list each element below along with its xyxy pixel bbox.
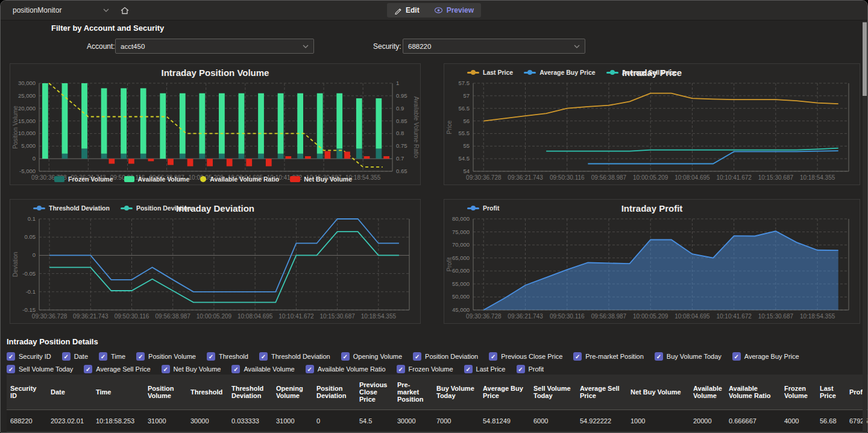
checkbox-checked-icon: ✓ [7,352,15,361]
svg-text:0.9: 0.9 [396,105,404,112]
column-header-previous-close-price[interactable]: Previous Close Price [356,375,394,409]
preview-button[interactable]: Preview [427,3,481,17]
svg-text:09:50:30.116: 09:50:30.116 [550,313,585,320]
app-title: positionMonitor [13,6,61,14]
legend-item-net-buy-volume[interactable]: Net Buy Volume [290,175,352,183]
column-checkbox-average-sell-price[interactable]: ✓Average Sell Price [84,365,150,373]
column-header-available-volume[interactable]: Available Volume [690,375,725,409]
column-header-available-volume-ratio[interactable]: Available Volume Ratio [725,375,781,409]
app-selector[interactable]: positionMonitor [13,6,109,14]
svg-text:30,000: 30,000 [18,80,36,86]
table-cell: 0.033333 [228,409,272,432]
column-header-threshold-deviation[interactable]: Threshold Deviation [228,375,272,409]
column-checkbox-available-volume[interactable]: ✓Available Volume [231,365,294,373]
column-checkboxes: ✓Security ID✓Date✓Time✓Position Volume✓T… [7,352,860,373]
column-checkbox-buy-volume-today[interactable]: ✓Buy Volume Today [655,352,722,361]
table-cell: 30000 [187,409,228,432]
column-checkbox-pre-market-position[interactable]: ✓Pre-market Position [573,352,644,361]
column-checkbox-average-buy-price[interactable]: ✓Average Buy Price [732,352,799,361]
legend-item-available-volume[interactable]: Available Volume [124,175,190,183]
legend-item-threshold-deviation[interactable]: Threshold Deviation [33,204,110,212]
legend-item-last-price[interactable]: Last Price [467,69,513,76]
column-checkbox-threshold[interactable]: ✓Threshold [207,352,248,361]
column-header-position-volume[interactable]: Position Volume [144,375,187,409]
checkbox-label: Buy Volume Today [667,353,722,360]
legend-item-average-buy-price[interactable]: Average Buy Price [524,69,595,76]
column-header-time[interactable]: Time [92,375,144,409]
svg-text:-0.05: -0.05 [22,270,36,277]
table-cell: 54.5 [356,409,394,432]
account-value: acct450 [121,43,145,50]
top-bar: positionMonitor Edit Preview [1,1,867,21]
legend-item-position-deviation[interactable]: Position Deviation [121,204,192,212]
checkbox-label: Average Buy Price [744,353,799,360]
legend-item-average-sell-price[interactable]: Average Sell Price [606,69,677,76]
column-checkbox-time[interactable]: ✓Time [99,352,125,361]
table-row[interactable]: 6882202023.02.0110:18:58.25331000300000.… [7,409,868,432]
column-header-average-buy-price[interactable]: Average Buy Price [479,375,530,409]
home-button[interactable] [118,4,132,17]
column-header-date[interactable]: Date [47,375,92,409]
column-checkbox-position-deviation[interactable]: ✓Position Deviation [413,352,478,361]
legend-label: Average Buy Price [539,69,595,76]
checkbox-checked-icon: ✓ [231,365,240,373]
svg-text:09:56:38.987: 09:56:38.987 [591,313,627,320]
legend-label: Available Volume Ratio [210,175,279,183]
svg-text:10:18:54.355: 10:18:54.355 [800,174,835,181]
checkbox-label: Frozen Volume [409,365,453,373]
legend-item-profit[interactable]: Profit [467,204,499,212]
legend-swatch [200,176,206,182]
column-header-frozen-volume[interactable]: Frozen Volume [781,375,816,409]
column-header-opening-volume[interactable]: Opening Volume [272,375,313,409]
column-header-threshold[interactable]: Threshold [187,375,228,409]
edit-button[interactable]: Edit [387,3,427,17]
column-checkbox-available-volume-ratio[interactable]: ✓Available Volume Ratio [306,365,386,373]
column-header-security-id[interactable]: Security ID [7,375,47,409]
svg-text:-5,000: -5,000 [19,168,36,174]
column-checkbox-threshold-deviation[interactable]: ✓Threshold Deviation [259,352,330,361]
column-checkbox-last-price[interactable]: ✓Last Price [464,365,506,373]
svg-text:57: 57 [463,92,470,99]
checkbox-checked-icon: ✓ [306,365,314,373]
column-checkbox-security-id[interactable]: ✓Security ID [7,352,51,361]
table-cell: 30000 [394,409,433,432]
column-header-last-price[interactable]: Last Price [816,375,846,409]
scrollbar-thumb[interactable] [863,22,867,96]
column-header-pre-market-position[interactable]: Pre-market Position [394,375,433,409]
vertical-scrollbar[interactable] [863,21,867,432]
column-checkbox-previous-close-price[interactable]: ✓Previous Close Price [489,352,562,361]
checkbox-checked-icon: ✓ [464,365,473,373]
checkbox-checked-icon: ✓ [397,365,405,373]
checkbox-checked-icon: ✓ [655,352,663,361]
legend-label: Profit [483,204,499,212]
column-header-buy-volume-today[interactable]: Buy Volume Today [433,375,479,409]
column-header-net-buy-volume[interactable]: Net Buy Volume [627,375,690,409]
intraday-price-chart: Intraday Price 5454.55555.55656.55757.50… [444,63,860,185]
svg-text:09:30:36.728: 09:30:36.728 [32,313,68,320]
column-checkbox-sell-volume-today[interactable]: ✓Sell Volume Today [7,365,73,373]
svg-text:10:00:05.209: 10:00:05.209 [633,313,668,320]
column-checkbox-date[interactable]: ✓Date [62,352,88,361]
legend-item-available-volume-ratio[interactable]: Available Volume Ratio [200,175,279,183]
column-header-position-deviation[interactable]: Position Deviation [313,375,356,409]
legend-swatch [467,207,479,209]
svg-text:56.5: 56.5 [459,105,470,112]
checkbox-checked-icon: ✓ [84,365,92,373]
security-select[interactable]: 688220 [403,39,585,54]
checkbox-label: Available Volume Ratio [318,365,386,373]
column-checkbox-profit[interactable]: ✓Profit [517,365,544,373]
details-heading: Intraday Position Details [7,337,98,346]
column-checkbox-frozen-volume[interactable]: ✓Frozen Volume [397,365,453,373]
legend-swatch [124,176,134,182]
column-checkbox-opening-volume[interactable]: ✓Opening Volume [341,352,402,361]
svg-text:0: 0 [33,251,36,258]
table-cell: 7000 [433,409,479,432]
table-cell: 10:18:58.253 [92,409,144,432]
svg-text:10:08:04.695: 10:08:04.695 [675,313,710,320]
column-header-sell-volume-today[interactable]: Sell Volume Today [530,375,576,409]
column-header-average-sell-price[interactable]: Average Sell Price [576,375,627,409]
legend-item-frozen-volume[interactable]: Frozen Volume [54,175,113,183]
column-checkbox-position-volume[interactable]: ✓Position Volume [136,352,196,361]
account-select[interactable]: acct450 [115,39,314,54]
column-checkbox-net-buy-volume[interactable]: ✓Net Buy Volume [162,365,221,373]
